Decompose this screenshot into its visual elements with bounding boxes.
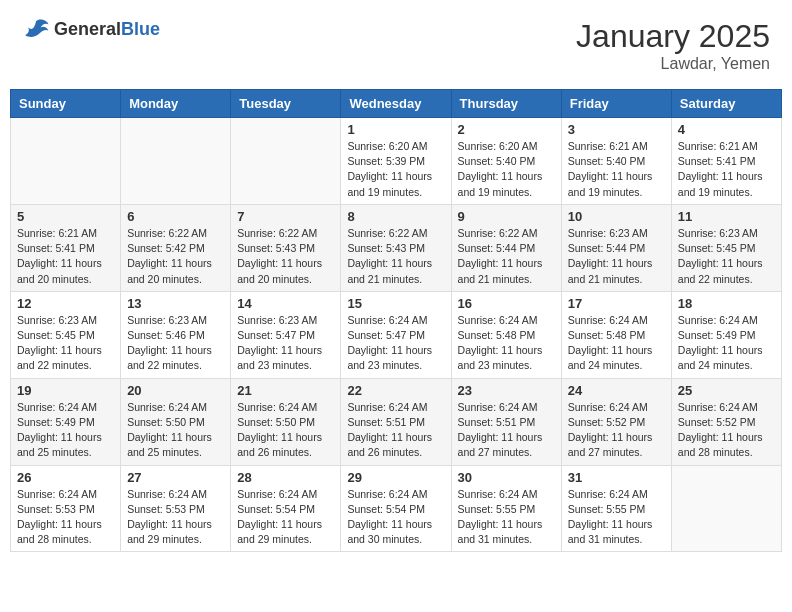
day-number: 9	[458, 209, 555, 224]
day-info: Sunrise: 6:23 AMSunset: 5:44 PMDaylight:…	[568, 226, 665, 287]
day-number: 23	[458, 383, 555, 398]
calendar-cell: 21Sunrise: 6:24 AMSunset: 5:50 PMDayligh…	[231, 378, 341, 465]
day-info: Sunrise: 6:20 AMSunset: 5:40 PMDaylight:…	[458, 139, 555, 200]
calendar-cell: 13Sunrise: 6:23 AMSunset: 5:46 PMDayligh…	[121, 291, 231, 378]
calendar-cell: 7Sunrise: 6:22 AMSunset: 5:43 PMDaylight…	[231, 204, 341, 291]
day-info: Sunrise: 6:22 AMSunset: 5:43 PMDaylight:…	[347, 226, 444, 287]
calendar-cell: 29Sunrise: 6:24 AMSunset: 5:54 PMDayligh…	[341, 465, 451, 552]
calendar-cell: 15Sunrise: 6:24 AMSunset: 5:47 PMDayligh…	[341, 291, 451, 378]
day-number: 25	[678, 383, 775, 398]
day-info: Sunrise: 6:21 AMSunset: 5:41 PMDaylight:…	[17, 226, 114, 287]
logo-blue-text: Blue	[121, 19, 160, 39]
day-number: 29	[347, 470, 444, 485]
calendar-week-row: 1Sunrise: 6:20 AMSunset: 5:39 PMDaylight…	[11, 118, 782, 205]
calendar-cell: 8Sunrise: 6:22 AMSunset: 5:43 PMDaylight…	[341, 204, 451, 291]
day-info: Sunrise: 6:23 AMSunset: 5:47 PMDaylight:…	[237, 313, 334, 374]
calendar-cell: 22Sunrise: 6:24 AMSunset: 5:51 PMDayligh…	[341, 378, 451, 465]
day-info: Sunrise: 6:24 AMSunset: 5:53 PMDaylight:…	[17, 487, 114, 548]
day-info: Sunrise: 6:22 AMSunset: 5:44 PMDaylight:…	[458, 226, 555, 287]
day-number: 19	[17, 383, 114, 398]
calendar-cell: 2Sunrise: 6:20 AMSunset: 5:40 PMDaylight…	[451, 118, 561, 205]
weekday-header-tuesday: Tuesday	[231, 90, 341, 118]
day-info: Sunrise: 6:24 AMSunset: 5:47 PMDaylight:…	[347, 313, 444, 374]
calendar-cell: 12Sunrise: 6:23 AMSunset: 5:45 PMDayligh…	[11, 291, 121, 378]
calendar-cell: 9Sunrise: 6:22 AMSunset: 5:44 PMDaylight…	[451, 204, 561, 291]
calendar-cell: 18Sunrise: 6:24 AMSunset: 5:49 PMDayligh…	[671, 291, 781, 378]
title-block: January 2025 Lawdar, Yemen	[576, 18, 770, 73]
day-number: 16	[458, 296, 555, 311]
day-number: 22	[347, 383, 444, 398]
calendar-cell: 16Sunrise: 6:24 AMSunset: 5:48 PMDayligh…	[451, 291, 561, 378]
calendar-cell: 4Sunrise: 6:21 AMSunset: 5:41 PMDaylight…	[671, 118, 781, 205]
day-info: Sunrise: 6:24 AMSunset: 5:51 PMDaylight:…	[347, 400, 444, 461]
weekday-header-wednesday: Wednesday	[341, 90, 451, 118]
day-number: 13	[127, 296, 224, 311]
calendar-cell: 25Sunrise: 6:24 AMSunset: 5:52 PMDayligh…	[671, 378, 781, 465]
day-info: Sunrise: 6:24 AMSunset: 5:49 PMDaylight:…	[17, 400, 114, 461]
day-info: Sunrise: 6:22 AMSunset: 5:43 PMDaylight:…	[237, 226, 334, 287]
day-number: 14	[237, 296, 334, 311]
calendar-cell	[231, 118, 341, 205]
day-number: 10	[568, 209, 665, 224]
logo: GeneralBlue	[22, 18, 160, 40]
calendar-week-row: 26Sunrise: 6:24 AMSunset: 5:53 PMDayligh…	[11, 465, 782, 552]
day-number: 28	[237, 470, 334, 485]
calendar-week-row: 5Sunrise: 6:21 AMSunset: 5:41 PMDaylight…	[11, 204, 782, 291]
day-info: Sunrise: 6:24 AMSunset: 5:49 PMDaylight:…	[678, 313, 775, 374]
calendar-location: Lawdar, Yemen	[576, 55, 770, 73]
day-number: 8	[347, 209, 444, 224]
day-info: Sunrise: 6:24 AMSunset: 5:55 PMDaylight:…	[568, 487, 665, 548]
calendar-cell: 24Sunrise: 6:24 AMSunset: 5:52 PMDayligh…	[561, 378, 671, 465]
calendar-cell: 3Sunrise: 6:21 AMSunset: 5:40 PMDaylight…	[561, 118, 671, 205]
calendar-cell: 6Sunrise: 6:22 AMSunset: 5:42 PMDaylight…	[121, 204, 231, 291]
day-info: Sunrise: 6:23 AMSunset: 5:45 PMDaylight:…	[678, 226, 775, 287]
day-number: 20	[127, 383, 224, 398]
weekday-header-row: SundayMondayTuesdayWednesdayThursdayFrid…	[11, 90, 782, 118]
day-number: 24	[568, 383, 665, 398]
calendar-cell: 17Sunrise: 6:24 AMSunset: 5:48 PMDayligh…	[561, 291, 671, 378]
day-number: 6	[127, 209, 224, 224]
calendar-cell: 1Sunrise: 6:20 AMSunset: 5:39 PMDaylight…	[341, 118, 451, 205]
calendar-title: January 2025	[576, 18, 770, 55]
calendar-cell: 27Sunrise: 6:24 AMSunset: 5:53 PMDayligh…	[121, 465, 231, 552]
calendar-cell: 10Sunrise: 6:23 AMSunset: 5:44 PMDayligh…	[561, 204, 671, 291]
calendar-cell: 26Sunrise: 6:24 AMSunset: 5:53 PMDayligh…	[11, 465, 121, 552]
day-number: 27	[127, 470, 224, 485]
day-info: Sunrise: 6:24 AMSunset: 5:52 PMDaylight:…	[568, 400, 665, 461]
logo-bird-icon	[22, 18, 50, 40]
calendar-cell: 19Sunrise: 6:24 AMSunset: 5:49 PMDayligh…	[11, 378, 121, 465]
day-number: 12	[17, 296, 114, 311]
calendar-week-row: 12Sunrise: 6:23 AMSunset: 5:45 PMDayligh…	[11, 291, 782, 378]
calendar-cell	[671, 465, 781, 552]
weekday-header-sunday: Sunday	[11, 90, 121, 118]
day-number: 26	[17, 470, 114, 485]
day-number: 18	[678, 296, 775, 311]
calendar-cell: 14Sunrise: 6:23 AMSunset: 5:47 PMDayligh…	[231, 291, 341, 378]
day-info: Sunrise: 6:20 AMSunset: 5:39 PMDaylight:…	[347, 139, 444, 200]
day-number: 2	[458, 122, 555, 137]
day-info: Sunrise: 6:22 AMSunset: 5:42 PMDaylight:…	[127, 226, 224, 287]
day-info: Sunrise: 6:24 AMSunset: 5:51 PMDaylight:…	[458, 400, 555, 461]
logo-general-text: General	[54, 19, 121, 39]
day-info: Sunrise: 6:24 AMSunset: 5:54 PMDaylight:…	[237, 487, 334, 548]
calendar-cell: 5Sunrise: 6:21 AMSunset: 5:41 PMDaylight…	[11, 204, 121, 291]
calendar-week-row: 19Sunrise: 6:24 AMSunset: 5:49 PMDayligh…	[11, 378, 782, 465]
day-info: Sunrise: 6:24 AMSunset: 5:55 PMDaylight:…	[458, 487, 555, 548]
day-number: 5	[17, 209, 114, 224]
day-number: 7	[237, 209, 334, 224]
day-info: Sunrise: 6:24 AMSunset: 5:50 PMDaylight:…	[237, 400, 334, 461]
calendar-cell: 23Sunrise: 6:24 AMSunset: 5:51 PMDayligh…	[451, 378, 561, 465]
weekday-header-friday: Friday	[561, 90, 671, 118]
day-number: 21	[237, 383, 334, 398]
day-info: Sunrise: 6:21 AMSunset: 5:40 PMDaylight:…	[568, 139, 665, 200]
day-info: Sunrise: 6:24 AMSunset: 5:50 PMDaylight:…	[127, 400, 224, 461]
calendar-cell: 11Sunrise: 6:23 AMSunset: 5:45 PMDayligh…	[671, 204, 781, 291]
calendar-cell: 28Sunrise: 6:24 AMSunset: 5:54 PMDayligh…	[231, 465, 341, 552]
weekday-header-monday: Monday	[121, 90, 231, 118]
day-number: 11	[678, 209, 775, 224]
day-number: 31	[568, 470, 665, 485]
page-header: GeneralBlue January 2025 Lawdar, Yemen	[10, 10, 782, 81]
day-number: 1	[347, 122, 444, 137]
day-info: Sunrise: 6:24 AMSunset: 5:48 PMDaylight:…	[568, 313, 665, 374]
day-number: 4	[678, 122, 775, 137]
